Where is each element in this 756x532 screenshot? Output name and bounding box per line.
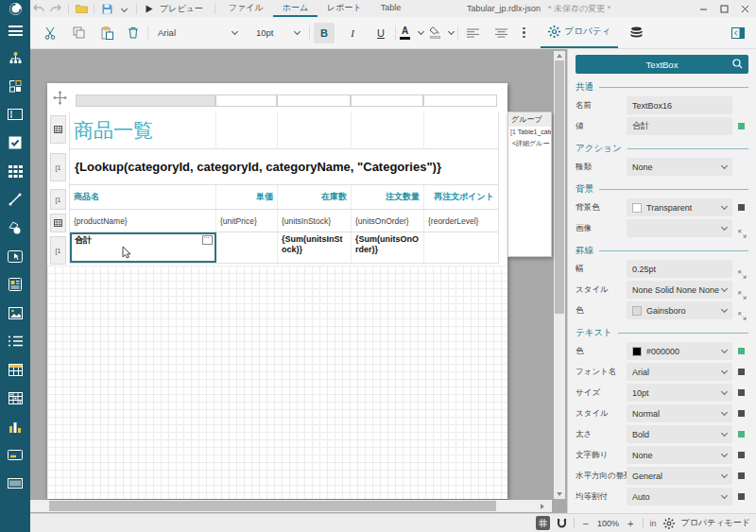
border-color-expand-icon[interactable] bbox=[738, 307, 746, 315]
toolbox-item-table[interactable] bbox=[0, 355, 30, 384]
font-style-indicator[interactable] bbox=[738, 410, 745, 417]
header-cell-product-name[interactable]: 商品名 bbox=[70, 185, 216, 209]
preview-play-icon[interactable] bbox=[141, 1, 158, 16]
footer-sum-order-textbox[interactable]: {Sum(unitsOnOrder)} bbox=[352, 232, 424, 263]
detail-cell-units-on-order[interactable]: {unitsOnOrder} bbox=[352, 210, 424, 232]
detail-cell-unit-price[interactable]: {unitPrice} bbox=[216, 210, 278, 232]
bg-color-select[interactable]: Transparent bbox=[627, 198, 732, 216]
empty-cell[interactable] bbox=[216, 232, 278, 263]
border-style-expand-icon[interactable] bbox=[738, 286, 746, 294]
window-minimize-icon[interactable] bbox=[696, 1, 711, 16]
copy-icon[interactable] bbox=[68, 23, 89, 43]
vertical-scrollbar[interactable] bbox=[554, 51, 565, 499]
horizontal-align-select[interactable]: General bbox=[627, 467, 732, 485]
data-sources-icon[interactable] bbox=[626, 23, 646, 43]
undo-icon[interactable] bbox=[30, 1, 47, 16]
image-expand-icon[interactable] bbox=[738, 225, 746, 232]
group-item-category[interactable]: [1 Table1_categ bbox=[508, 127, 551, 137]
italic-button[interactable]: I bbox=[342, 23, 363, 43]
name-input[interactable]: TextBox16 bbox=[627, 96, 732, 114]
collapse-panel-icon[interactable] bbox=[728, 23, 748, 43]
border-color-select[interactable]: Gainsboro bbox=[627, 301, 732, 319]
text-decoration-indicator[interactable] bbox=[738, 452, 745, 458]
cut-icon[interactable] bbox=[40, 23, 60, 43]
toolbox-item-report-explorer[interactable] bbox=[0, 43, 30, 72]
lookup-expression-textbox[interactable]: {Lookup(categoryId, categoryId, category… bbox=[75, 160, 441, 174]
toolbox-item-richtext[interactable] bbox=[0, 270, 30, 299]
row-handle-footer[interactable]: [1 bbox=[50, 236, 66, 265]
column-handle-5[interactable] bbox=[423, 94, 497, 107]
tab-file[interactable]: ファイル bbox=[219, 0, 273, 17]
fill-color-chevron-icon[interactable] bbox=[440, 23, 454, 43]
menu-hamburger-icon[interactable] bbox=[9, 26, 23, 36]
column-handle-1[interactable] bbox=[76, 94, 215, 107]
font-weight-indicator[interactable] bbox=[738, 431, 745, 438]
paste-icon[interactable] bbox=[96, 23, 117, 43]
value-set-indicator[interactable] bbox=[738, 123, 745, 129]
align-left-icon[interactable] bbox=[462, 23, 483, 43]
snap-magnet-icon[interactable] bbox=[557, 518, 567, 528]
image-select[interactable] bbox=[627, 219, 732, 237]
font-size-prop-select[interactable]: 10pt bbox=[627, 384, 732, 402]
fill-color-button[interactable] bbox=[429, 26, 440, 39]
justify-select[interactable]: Auto bbox=[627, 488, 732, 506]
header-cell-reorder-level[interactable]: 再注文ポイント bbox=[424, 185, 498, 209]
scroll-right-icon[interactable] bbox=[541, 504, 544, 509]
border-width-expand-icon[interactable] bbox=[738, 266, 746, 273]
detail-cell-units-in-stock[interactable]: {unitsInStock} bbox=[278, 210, 352, 232]
empty-cell[interactable] bbox=[278, 112, 352, 149]
delete-icon[interactable] bbox=[123, 23, 144, 43]
bold-button[interactable]: B bbox=[314, 23, 335, 43]
font-color-chevron-icon[interactable] bbox=[410, 23, 423, 43]
border-style-select[interactable]: None Solid None None bbox=[627, 281, 732, 299]
field-picker-icon[interactable] bbox=[202, 235, 213, 248]
bg-color-indicator[interactable] bbox=[738, 204, 745, 211]
properties-panel-tab[interactable]: プロパティ bbox=[541, 17, 619, 48]
font-name-select[interactable]: Arial bbox=[627, 363, 732, 381]
toolbox-item-tablix[interactable] bbox=[0, 384, 30, 412]
font-family-select[interactable]: Arial bbox=[152, 24, 243, 43]
column-handle-2[interactable] bbox=[215, 94, 277, 107]
header-cell-units-on-order[interactable]: 注文数量 bbox=[352, 185, 424, 209]
font-color-button[interactable]: A bbox=[400, 26, 410, 40]
tab-table[interactable]: Table bbox=[371, 0, 411, 17]
save-icon[interactable] bbox=[98, 1, 115, 16]
property-mode-label[interactable]: プロパティモード bbox=[681, 517, 750, 529]
border-width-input[interactable]: 0.25pt bbox=[627, 260, 732, 278]
empty-cell[interactable] bbox=[352, 112, 424, 149]
font-style-select[interactable]: Normal bbox=[627, 404, 732, 422]
measurement-unit[interactable]: in bbox=[650, 519, 657, 528]
group-header-row[interactable]: {Lookup(categoryId, categoryId, category… bbox=[70, 149, 498, 185]
toolbox-item-chart[interactable] bbox=[0, 412, 30, 440]
align-center-icon[interactable] bbox=[490, 23, 511, 43]
justify-indicator[interactable] bbox=[738, 493, 745, 500]
toolbox-item-shape[interactable] bbox=[0, 214, 30, 242]
row-handle-title[interactable] bbox=[50, 115, 66, 144]
save-options-chevron-icon[interactable] bbox=[115, 1, 132, 16]
toolbox-item-sparkline[interactable] bbox=[0, 440, 30, 469]
search-icon[interactable] bbox=[732, 59, 743, 69]
detail-cell-reorder-level[interactable]: {reorderLevel} bbox=[424, 210, 498, 232]
empty-cell[interactable] bbox=[424, 232, 498, 263]
horizontal-scrollbar-thumb[interactable] bbox=[49, 501, 496, 511]
detail-cell-product-name[interactable]: {productName} bbox=[70, 210, 216, 232]
more-options-icon[interactable] bbox=[517, 27, 531, 39]
grid-toggle-button[interactable] bbox=[536, 516, 550, 530]
header-cell-unit-price[interactable]: 単価 bbox=[216, 185, 278, 209]
group-item-detail[interactable]: <詳細グルー bbox=[508, 137, 551, 150]
scroll-down-icon[interactable] bbox=[557, 492, 562, 496]
redo-icon[interactable] bbox=[47, 1, 64, 16]
report-title-textbox[interactable]: 商品一覧 bbox=[70, 112, 216, 149]
font-size-indicator[interactable] bbox=[738, 389, 745, 396]
zoom-out-button[interactable]: − bbox=[581, 518, 591, 529]
column-handle-3[interactable] bbox=[277, 94, 351, 107]
settings-gear-icon[interactable] bbox=[663, 518, 675, 529]
font-weight-select[interactable]: Bold bbox=[627, 425, 732, 443]
row-handle-detail[interactable] bbox=[50, 214, 66, 232]
toolbox-item-textbox[interactable] bbox=[0, 100, 30, 129]
font-name-indicator[interactable] bbox=[738, 369, 745, 375]
empty-cell[interactable] bbox=[216, 112, 278, 149]
vertical-scrollbar-thumb[interactable] bbox=[555, 60, 564, 314]
row-handle-header[interactable]: [1 bbox=[50, 189, 66, 210]
open-file-icon[interactable] bbox=[73, 1, 90, 16]
